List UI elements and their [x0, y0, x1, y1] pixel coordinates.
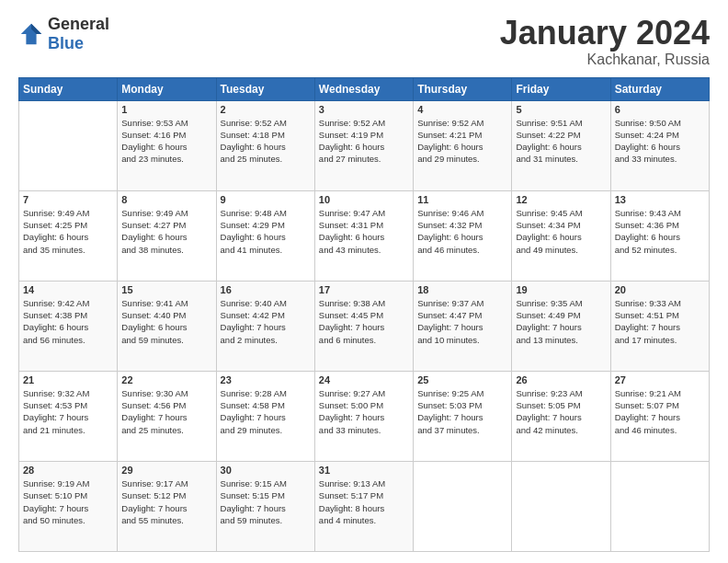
- day-number: 25: [417, 374, 507, 385]
- calendar-cell: 28Sunrise: 9:19 AMSunset: 5:10 PMDayligh…: [19, 461, 118, 551]
- calendar-cell: [414, 461, 512, 551]
- day-header-friday: Friday: [512, 77, 610, 100]
- cell-content: Sunrise: 9:21 AMSunset: 5:07 PMDaylight:…: [615, 387, 705, 436]
- day-number: 14: [23, 284, 113, 295]
- calendar-cell: 21Sunrise: 9:32 AMSunset: 4:53 PMDayligh…: [19, 371, 118, 461]
- month-title: January 2024: [500, 15, 710, 52]
- day-number: 21: [23, 374, 113, 385]
- day-number: 28: [23, 465, 113, 476]
- calendar-cell: [610, 461, 709, 551]
- day-number: 24: [319, 374, 409, 385]
- cell-content: Sunrise: 9:47 AMSunset: 4:31 PMDaylight:…: [319, 207, 409, 256]
- cell-content: Sunrise: 9:50 AMSunset: 4:24 PMDaylight:…: [615, 117, 705, 166]
- cell-content: Sunrise: 9:30 AMSunset: 4:56 PMDaylight:…: [121, 387, 211, 436]
- logo-icon: [18, 21, 44, 47]
- calendar-cell: [512, 461, 610, 551]
- calendar-cell: 27Sunrise: 9:21 AMSunset: 5:07 PMDayligh…: [610, 371, 709, 461]
- page-header: General Blue January 2024 Kachkanar, Rus…: [18, 15, 710, 68]
- day-number: 15: [121, 284, 211, 295]
- cell-content: Sunrise: 9:41 AMSunset: 4:40 PMDaylight:…: [121, 297, 211, 346]
- day-header-saturday: Saturday: [610, 77, 709, 100]
- calendar-cell: 6Sunrise: 9:50 AMSunset: 4:24 PMDaylight…: [610, 100, 709, 190]
- calendar-week-1: 1Sunrise: 9:53 AMSunset: 4:16 PMDaylight…: [19, 100, 710, 190]
- calendar-week-5: 28Sunrise: 9:19 AMSunset: 5:10 PMDayligh…: [19, 461, 710, 551]
- cell-content: Sunrise: 9:35 AMSunset: 4:49 PMDaylight:…: [516, 297, 606, 346]
- day-number: 10: [319, 194, 409, 205]
- cell-content: Sunrise: 9:40 AMSunset: 4:42 PMDaylight:…: [221, 297, 311, 346]
- day-number: 26: [516, 374, 606, 385]
- cell-content: Sunrise: 9:13 AMSunset: 5:17 PMDaylight:…: [319, 477, 409, 526]
- day-number: 11: [417, 194, 507, 205]
- cell-content: Sunrise: 9:46 AMSunset: 4:32 PMDaylight:…: [417, 207, 507, 256]
- calendar-cell: 22Sunrise: 9:30 AMSunset: 4:56 PMDayligh…: [118, 371, 216, 461]
- day-number: 30: [221, 465, 311, 476]
- day-number: 29: [121, 465, 211, 476]
- cell-content: Sunrise: 9:28 AMSunset: 4:58 PMDaylight:…: [221, 387, 311, 436]
- day-number: 16: [221, 284, 311, 295]
- logo: General Blue: [18, 15, 109, 53]
- cell-content: Sunrise: 9:49 AMSunset: 4:27 PMDaylight:…: [121, 207, 211, 256]
- day-number: 7: [23, 194, 113, 205]
- cell-content: Sunrise: 9:48 AMSunset: 4:29 PMDaylight:…: [221, 207, 311, 256]
- cell-content: Sunrise: 9:17 AMSunset: 5:12 PMDaylight:…: [121, 477, 211, 526]
- cell-content: Sunrise: 9:33 AMSunset: 4:51 PMDaylight:…: [615, 297, 705, 346]
- day-header-tuesday: Tuesday: [216, 77, 314, 100]
- day-number: 18: [417, 284, 507, 295]
- cell-content: Sunrise: 9:49 AMSunset: 4:25 PMDaylight:…: [23, 207, 113, 256]
- day-number: 2: [221, 104, 311, 115]
- calendar-cell: 20Sunrise: 9:33 AMSunset: 4:51 PMDayligh…: [610, 281, 709, 371]
- calendar-cell: 25Sunrise: 9:25 AMSunset: 5:03 PMDayligh…: [414, 371, 512, 461]
- day-number: 9: [221, 194, 311, 205]
- calendar-cell: 29Sunrise: 9:17 AMSunset: 5:12 PMDayligh…: [118, 461, 216, 551]
- day-number: 8: [121, 194, 211, 205]
- calendar-cell: 23Sunrise: 9:28 AMSunset: 4:58 PMDayligh…: [216, 371, 314, 461]
- calendar-cell: 7Sunrise: 9:49 AMSunset: 4:25 PMDaylight…: [19, 190, 118, 281]
- calendar-cell: 9Sunrise: 9:48 AMSunset: 4:29 PMDaylight…: [216, 190, 314, 281]
- calendar-week-4: 21Sunrise: 9:32 AMSunset: 4:53 PMDayligh…: [19, 371, 710, 461]
- day-header-sunday: Sunday: [19, 77, 118, 100]
- cell-content: Sunrise: 9:51 AMSunset: 4:22 PMDaylight:…: [516, 117, 606, 166]
- calendar-cell: [19, 100, 118, 190]
- calendar-cell: 16Sunrise: 9:40 AMSunset: 4:42 PMDayligh…: [216, 281, 314, 371]
- day-number: 12: [516, 194, 606, 205]
- cell-content: Sunrise: 9:53 AMSunset: 4:16 PMDaylight:…: [121, 117, 211, 166]
- calendar-cell: 14Sunrise: 9:42 AMSunset: 4:38 PMDayligh…: [19, 281, 118, 371]
- cell-content: Sunrise: 9:27 AMSunset: 5:00 PMDaylight:…: [319, 387, 409, 436]
- cell-content: Sunrise: 9:38 AMSunset: 4:45 PMDaylight:…: [319, 297, 409, 346]
- calendar-cell: 24Sunrise: 9:27 AMSunset: 5:00 PMDayligh…: [314, 371, 413, 461]
- day-number: 31: [319, 465, 409, 476]
- day-number: 1: [121, 104, 211, 115]
- calendar-week-3: 14Sunrise: 9:42 AMSunset: 4:38 PMDayligh…: [19, 281, 710, 371]
- logo-text: General Blue: [48, 15, 109, 53]
- cell-content: Sunrise: 9:15 AMSunset: 5:15 PMDaylight:…: [221, 477, 311, 526]
- cell-content: Sunrise: 9:32 AMSunset: 4:53 PMDaylight:…: [23, 387, 113, 436]
- day-number: 3: [319, 104, 409, 115]
- day-header-wednesday: Wednesday: [314, 77, 413, 100]
- day-number: 17: [319, 284, 409, 295]
- calendar-cell: 1Sunrise: 9:53 AMSunset: 4:16 PMDaylight…: [118, 100, 216, 190]
- calendar-cell: 15Sunrise: 9:41 AMSunset: 4:40 PMDayligh…: [118, 281, 216, 371]
- title-block: January 2024 Kachkanar, Russia: [500, 15, 710, 68]
- day-number: 20: [615, 284, 705, 295]
- cell-content: Sunrise: 9:52 AMSunset: 4:18 PMDaylight:…: [221, 117, 311, 166]
- day-number: 6: [615, 104, 705, 115]
- day-number: 5: [516, 104, 606, 115]
- day-number: 4: [417, 104, 507, 115]
- location-subtitle: Kachkanar, Russia: [500, 52, 710, 68]
- cell-content: Sunrise: 9:19 AMSunset: 5:10 PMDaylight:…: [23, 477, 113, 526]
- day-number: 27: [615, 374, 705, 385]
- day-header-thursday: Thursday: [414, 77, 512, 100]
- cell-content: Sunrise: 9:37 AMSunset: 4:47 PMDaylight:…: [417, 297, 507, 346]
- cell-content: Sunrise: 9:45 AMSunset: 4:34 PMDaylight:…: [516, 207, 606, 256]
- calendar-cell: 18Sunrise: 9:37 AMSunset: 4:47 PMDayligh…: [414, 281, 512, 371]
- cell-content: Sunrise: 9:23 AMSunset: 5:05 PMDaylight:…: [516, 387, 606, 436]
- calendar-cell: 13Sunrise: 9:43 AMSunset: 4:36 PMDayligh…: [610, 190, 709, 281]
- day-number: 19: [516, 284, 606, 295]
- calendar-cell: 2Sunrise: 9:52 AMSunset: 4:18 PMDaylight…: [216, 100, 314, 190]
- calendar-cell: 3Sunrise: 9:52 AMSunset: 4:19 PMDaylight…: [314, 100, 413, 190]
- cell-content: Sunrise: 9:52 AMSunset: 4:19 PMDaylight:…: [319, 117, 409, 166]
- calendar-header-row: SundayMondayTuesdayWednesdayThursdayFrid…: [19, 77, 710, 100]
- calendar-cell: 12Sunrise: 9:45 AMSunset: 4:34 PMDayligh…: [512, 190, 610, 281]
- calendar-cell: 10Sunrise: 9:47 AMSunset: 4:31 PMDayligh…: [314, 190, 413, 281]
- calendar-cell: 30Sunrise: 9:15 AMSunset: 5:15 PMDayligh…: [216, 461, 314, 551]
